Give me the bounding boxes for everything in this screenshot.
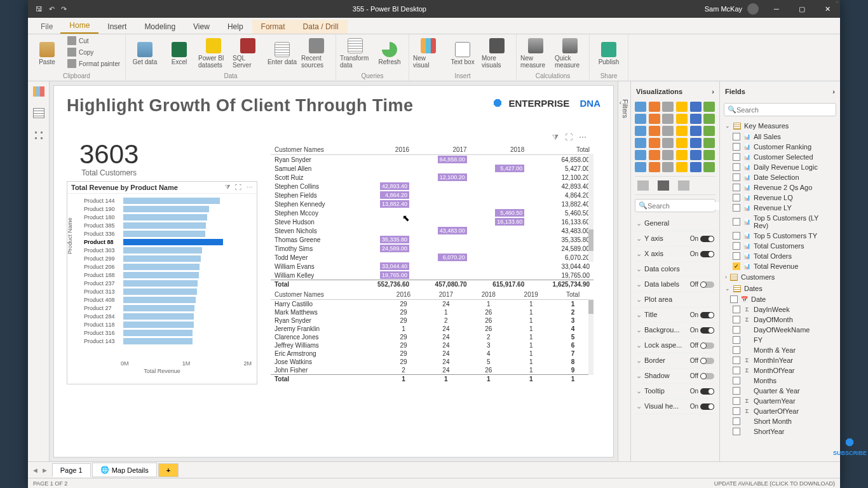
maximize-button[interactable]: ▢ (789, 0, 815, 18)
bar-row[interactable]: Product 237 (84, 279, 252, 287)
excel-button[interactable]: Excel (164, 36, 194, 71)
toggle[interactable]: On (690, 388, 714, 395)
table-row[interactable]: John Fisher2242619 (271, 366, 593, 375)
table-row[interactable]: Stephen Fields4,864.204,864.20 (271, 191, 593, 200)
more-icon[interactable]: ⋯ (247, 184, 253, 191)
format-section[interactable]: ⌄X axisOn (635, 247, 715, 262)
checkbox[interactable] (733, 184, 740, 191)
field-item[interactable]: Quarter & Year (724, 386, 836, 396)
matrix-revenue-visual[interactable]: Customer Names201620172018TotalRyan Snyd… (270, 144, 594, 271)
paste-button[interactable]: Paste (32, 36, 62, 71)
field-item[interactable]: 📊Daily Revenue Logic (724, 162, 836, 172)
bar-row[interactable]: Product 27 (84, 304, 252, 312)
refresh-button[interactable]: Refresh (374, 36, 405, 71)
tab-view[interactable]: View (184, 20, 219, 34)
viz-type-icon[interactable] (649, 150, 660, 160)
format-section[interactable]: ⌄Plot area (635, 292, 715, 308)
filter-icon[interactable]: ⧩ (552, 133, 559, 142)
table-row[interactable]: Ryan Snyder64,858.0064,858.00 (271, 155, 593, 165)
analytics-tab-icon[interactable] (678, 180, 689, 191)
checkbox[interactable] (733, 336, 740, 344)
more-icon[interactable]: ⋯ (579, 133, 587, 142)
format-section[interactable]: ⌄Y axisOn (635, 231, 715, 247)
checkbox[interactable] (733, 242, 740, 250)
viz-type-icon[interactable] (703, 114, 715, 124)
toggle[interactable]: On (690, 311, 714, 318)
table-row[interactable]: Eric Armstrong2924417 (271, 349, 593, 358)
bar-row[interactable]: Product 299 (84, 254, 252, 262)
fields-search[interactable]: 🔍 (724, 103, 836, 116)
user-avatar-icon[interactable] (747, 3, 759, 15)
table-row[interactable]: William Kelley19,765.0019,765.00 (271, 271, 593, 280)
bar-row[interactable]: Product 88 (84, 238, 252, 246)
scrollbar[interactable] (588, 299, 593, 375)
viz-type-icon[interactable] (662, 126, 674, 136)
fields-search-input[interactable] (736, 106, 832, 114)
field-item[interactable]: 📊Total Customers (724, 241, 836, 251)
format-section[interactable]: ⌄TitleOn (635, 308, 715, 323)
bar-row[interactable]: Product 284 (84, 312, 252, 320)
col-header[interactable]: 2017 (424, 290, 467, 300)
table-row[interactable]: Steve Hudson16,133.6016,133.60 (271, 217, 593, 226)
viz-type-icon[interactable] (703, 126, 715, 136)
filter-icon[interactable]: ⧩ (225, 184, 230, 191)
publish-button[interactable]: Publish (593, 36, 624, 71)
checkbox[interactable]: ✓ (733, 262, 740, 270)
col-header[interactable]: 2019 (510, 290, 552, 300)
viz-type-icon[interactable] (676, 162, 688, 172)
field-item[interactable]: ΣMonthInYear (724, 355, 836, 365)
bar-row[interactable]: Product 336 (84, 229, 252, 238)
viz-type-icon[interactable] (676, 114, 688, 124)
checkbox[interactable] (733, 163, 740, 171)
viz-type-icon[interactable] (703, 102, 715, 112)
focus-icon[interactable]: ⛶ (235, 184, 241, 191)
bar[interactable] (123, 288, 197, 295)
next-page-icon[interactable]: ► (41, 466, 48, 474)
field-item[interactable]: FY (724, 335, 836, 345)
table-row[interactable]: William Evans33,044.4033,044.40 (271, 262, 593, 271)
format-painter-button[interactable]: Format painter (66, 58, 121, 69)
checkbox[interactable] (733, 428, 740, 435)
table-row[interactable]: Clarence Jones2924215 (271, 333, 593, 341)
ribbon-collapse-icon[interactable]: ^ (836, 0, 838, 6)
table-row[interactable]: Stephen Mccoy5,460.505,460.50 (271, 208, 593, 217)
minimize-button[interactable]: ─ (764, 0, 789, 18)
transform-data-button[interactable]: Transform data (340, 36, 370, 71)
bar[interactable] (123, 255, 201, 262)
pbi-datasets-button[interactable]: Power BI datasets (198, 36, 229, 71)
col-header[interactable]: 2018 (467, 290, 510, 300)
field-item[interactable]: Months (724, 376, 836, 386)
format-section[interactable]: ⌄Data labelsOff (635, 277, 715, 292)
viz-type-icon[interactable] (690, 114, 702, 124)
field-table[interactable]: ⌄Key Measures (724, 120, 836, 132)
bar-row[interactable]: Product 316 (84, 329, 252, 337)
viz-type-icon[interactable] (703, 162, 715, 172)
bar-row[interactable]: Product 143 (84, 337, 252, 345)
field-item[interactable]: ΣQuarternYear (724, 396, 836, 406)
checkbox[interactable] (733, 346, 740, 354)
field-item[interactable]: 📊Revenue 2 Qs Ago (724, 182, 836, 193)
matrix-rank-visual[interactable]: Customer Names2016201720182019TotalHarry… (270, 289, 594, 384)
viz-type-icon[interactable] (649, 102, 660, 112)
field-item[interactable]: ΣDayInWeek (724, 304, 836, 315)
format-tab-icon[interactable] (658, 180, 669, 191)
bar[interactable] (123, 222, 206, 229)
table-row[interactable]: Jeremy Franklin1242614 (271, 325, 593, 333)
bar-row[interactable]: Product 313 (84, 287, 252, 295)
viz-type-icon[interactable] (635, 126, 646, 136)
toggle[interactable]: On (690, 327, 714, 334)
table-row[interactable]: Stephen Collins42,893.4042,893.40 (271, 182, 593, 191)
toggle[interactable]: Off (690, 357, 714, 364)
checkbox[interactable] (733, 407, 740, 415)
filters-pane-collapsed[interactable]: ‹ Filters (618, 81, 630, 461)
prev-page-icon[interactable]: ◄ (32, 466, 39, 474)
bar-row[interactable]: Product 118 (84, 320, 252, 329)
tab-insert[interactable]: Insert (98, 20, 135, 34)
viz-type-icon[interactable] (676, 126, 688, 136)
bar[interactable] (123, 198, 220, 204)
table-row[interactable]: Scott Ruiz12,100.2012,100.20 (271, 173, 593, 182)
table-row[interactable]: Ryan Snyder2922613 (271, 316, 593, 325)
field-item[interactable]: 📊Revenue LQ (724, 193, 836, 203)
field-item[interactable]: 📅Date (724, 294, 836, 304)
field-item[interactable]: ΣMonthOfYear (724, 365, 836, 376)
